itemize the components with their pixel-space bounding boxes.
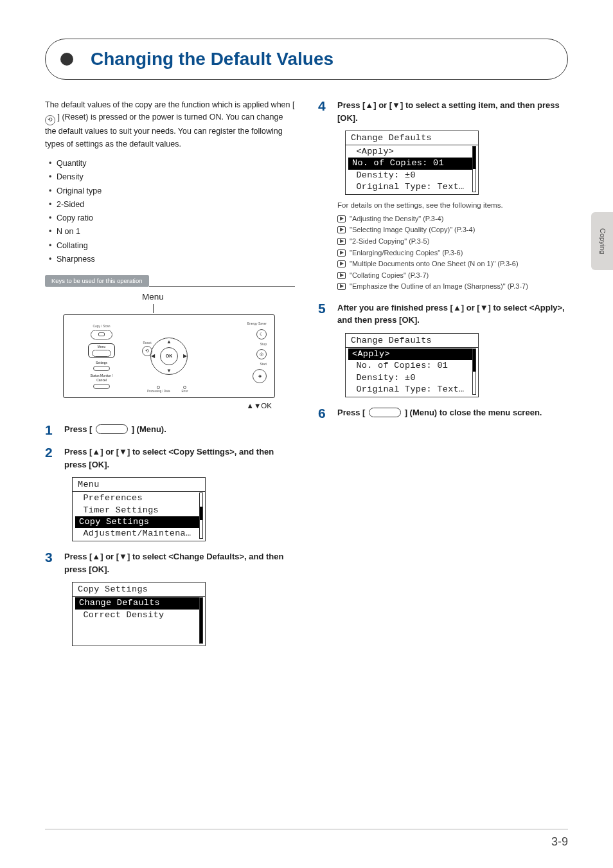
lcd-row — [73, 621, 205, 633]
lcd-row: Adjustment/Maintena… — [73, 528, 205, 539]
ref-arrow-icon: ▶ — [337, 238, 346, 245]
panel-error-label: Error — [182, 390, 188, 394]
lcd-row: No. of Copies: 01 — [346, 360, 478, 372]
step-number: 2 — [45, 446, 58, 541]
step-text: Press [▲] or [▼] to select <Copy Setting… — [64, 446, 295, 471]
lcd-title: Change Defaults — [346, 335, 478, 348]
list-item: Sharpness — [49, 253, 295, 266]
ref-text: "Multiple Documents onto One Sheet (N on… — [350, 258, 519, 270]
copy-scan-button-icon — [91, 330, 112, 339]
reference-list: For details on the settings, see the fol… — [337, 200, 568, 293]
settings-bullet-list: Quantity Density Original type 2-Sided C… — [49, 157, 295, 266]
panel-stop-label: Stop — [260, 342, 267, 347]
control-panel-diagram: Copy / Scan Menu Settings Status Monitor… — [63, 314, 275, 398]
list-item: Quantity — [49, 157, 295, 170]
panel-start-label: Start — [260, 362, 267, 366]
ref-arrow-icon: ▶ — [337, 283, 346, 290]
lcd-change-defaults-apply-screen: Change Defaults <Apply> No. of Copies: 0… — [345, 333, 479, 397]
list-item: 2-Sided — [49, 198, 295, 212]
step-4: 4 Press [▲] or [▼] to select a setting i… — [318, 99, 568, 293]
list-item: Original type — [49, 185, 295, 198]
energy-button-icon: ☾ — [256, 329, 267, 339]
list-item: Copy ratio — [49, 212, 295, 225]
ref-arrow-icon: ▶ — [337, 260, 346, 267]
ref-arrow-icon: ▶ — [337, 272, 346, 279]
menu-button-icon — [369, 408, 401, 417]
lcd-row: Original Type: Text… — [346, 384, 478, 395]
lcd-row-selected: <Apply> — [348, 348, 473, 360]
step-text: Press [ ] (Menu) to close the menu scree… — [337, 406, 568, 419]
step-number: 4 — [318, 99, 331, 293]
step-text: Press [▲] or [▼] to select <Change Defau… — [64, 550, 295, 575]
keys-label: Keys to be used for this operation — [45, 275, 149, 287]
ref-arrow-icon: ▶ — [337, 249, 346, 257]
lcd-row: Original Type: Text… — [346, 181, 478, 193]
lcd-menu-screen: Menu Preferences Timer Settings Copy Set… — [72, 477, 206, 541]
step-6: 6 Press [ ] (Menu) to close the menu scr… — [318, 406, 568, 420]
settings-button-icon — [93, 366, 110, 371]
intro-paragraph: The default values of the copy are the f… — [45, 99, 295, 150]
section-title: Changing the Default Values — [91, 46, 333, 73]
lcd-row: Correct Density — [73, 610, 205, 621]
ref-intro: For details on the settings, see the fol… — [337, 200, 568, 211]
list-item: N on 1 — [49, 225, 295, 239]
list-item: Collating — [49, 239, 295, 253]
processing-led-icon — [157, 386, 160, 389]
step-3: 3 Press [▲] or [▼] to select <Change Def… — [45, 550, 295, 646]
stop-button-icon: ◎ — [256, 349, 267, 359]
lcd-row-selected: Change Defaults — [75, 597, 200, 609]
step-number: 3 — [45, 550, 58, 646]
error-led-icon — [183, 386, 186, 389]
list-item: Density — [49, 170, 295, 184]
side-tab: Copying — [591, 212, 613, 270]
ref-text: "Selecting Image Quality (Copy)" (P.3-4) — [350, 224, 475, 236]
step-2: 2 Press [▲] or [▼] to select <Copy Setti… — [45, 446, 295, 541]
step-text: After you are finished press [▲] or [▼] … — [337, 302, 568, 327]
ref-text: "Emphasize the Outline of an Image (Shar… — [350, 281, 528, 293]
lcd-row-selected: No. of Copies: 01 — [348, 158, 473, 169]
panel-label-copy-scan: Copy / Scan — [73, 324, 130, 329]
page-number: 3-9 — [551, 833, 568, 850]
step-number: 6 — [318, 406, 331, 420]
ref-text: "Enlarging/Reducing Copies" (P.3-6) — [350, 248, 463, 259]
step-text: Press [▲] or [▼] to select a setting ite… — [337, 99, 568, 124]
step-5: 5 After you are finished press [▲] or [▼… — [318, 302, 568, 397]
menu-button-icon — [96, 424, 128, 434]
menu-callout-label: Menu — [95, 291, 211, 303]
start-button-icon: ◈ — [253, 369, 267, 383]
lcd-title: Change Defaults — [346, 132, 478, 145]
arrow-up-icon: ▲ — [166, 338, 172, 346]
lcd-row-selected: Copy Settings — [75, 516, 200, 528]
lcd-row: Density: ±0 — [346, 170, 478, 181]
ref-arrow-icon: ▶ — [337, 226, 346, 233]
panel-caption: ▲▼OK — [45, 401, 272, 411]
panel-settings-label: Settings — [73, 361, 130, 365]
lcd-row: Density: ±0 — [346, 372, 478, 384]
ref-text: "Collating Copies" (P.3-7) — [350, 270, 429, 282]
lcd-row: Preferences — [73, 493, 205, 504]
reset-icon: ⟲ — [45, 115, 55, 125]
lcd-scrollbar — [199, 493, 203, 539]
lcd-change-defaults-screen: Change Defaults <Apply> No. of Copies: 0… — [345, 131, 479, 195]
panel-status-label: Status Monitor / Cancel — [73, 374, 130, 383]
menu-callout: Menu — [95, 291, 211, 314]
menu-button-highlight: Menu — [88, 343, 115, 358]
lcd-scrollbar — [472, 146, 476, 192]
ref-text: "2-Sided Copying" (P.3-5) — [350, 236, 429, 248]
ref-arrow-icon: ▶ — [337, 215, 346, 222]
panel-processing-label: Processing / Data — [147, 390, 170, 394]
keys-label-row: Keys to be used for this operation — [45, 275, 295, 287]
arrow-right-icon: ▶ — [183, 353, 187, 361]
step-text: Press [ ] (Menu). — [64, 423, 295, 436]
side-tab-label: Copying — [597, 228, 607, 254]
panel-energy-label: Energy Saver — [247, 321, 267, 326]
ref-text: "Adjusting the Density" (P.3-4) — [350, 213, 443, 225]
intro-text-a: The default values of the copy are the f… — [45, 100, 294, 109]
arrow-down-icon: ▼ — [166, 367, 172, 375]
lcd-scrollbar — [199, 597, 203, 644]
ok-label: OK — [166, 353, 173, 359]
page: Changing the Default Values The default … — [0, 0, 613, 681]
step-number: 5 — [318, 302, 331, 397]
lcd-copy-settings-screen: Copy Settings Change Defaults Correct De… — [72, 582, 206, 646]
section-header: Changing the Default Values — [45, 39, 568, 80]
